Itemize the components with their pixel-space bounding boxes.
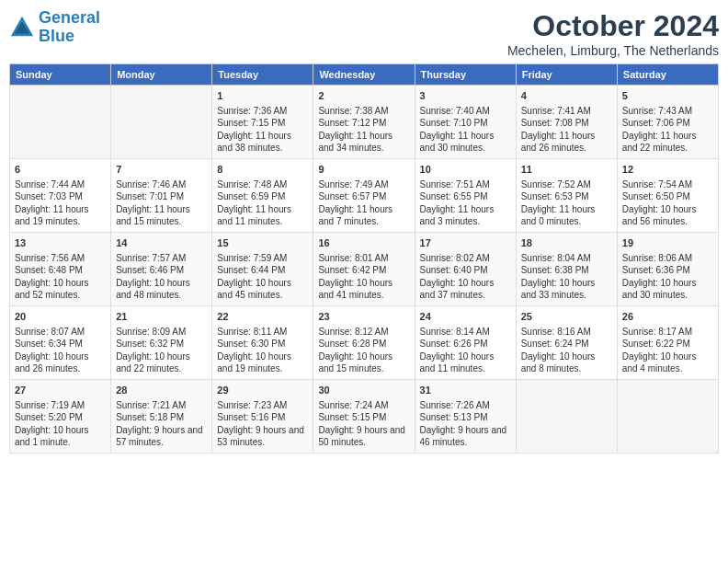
day-info: Sunrise: 8:17 AMSunset: 6:22 PMDaylight:… (622, 326, 713, 375)
calendar-cell: 13Sunrise: 7:56 AMSunset: 6:48 PMDayligh… (10, 233, 111, 306)
calendar-cell: 11Sunrise: 7:52 AMSunset: 6:53 PMDayligh… (516, 159, 617, 233)
day-info: Sunrise: 8:16 AMSunset: 6:24 PMDaylight:… (521, 326, 612, 375)
day-number: 27 (15, 384, 106, 397)
day-info: Sunrise: 7:57 AMSunset: 6:46 PMDaylight:… (116, 252, 207, 302)
day-info: Sunrise: 7:54 AMSunset: 6:50 PMDaylight:… (622, 178, 713, 228)
day-number: 17 (420, 236, 511, 250)
logo-line1: General (39, 8, 100, 27)
calendar-cell: 6Sunrise: 7:44 AMSunset: 7:03 PMDaylight… (10, 159, 111, 233)
day-number: 25 (521, 310, 612, 324)
calendar-cell: 14Sunrise: 7:57 AMSunset: 6:46 PMDayligh… (111, 233, 212, 306)
day-number: 4 (521, 89, 612, 103)
calendar-cell: 20Sunrise: 8:07 AMSunset: 6:34 PMDayligh… (10, 306, 111, 380)
calendar-cell: 29Sunrise: 7:23 AMSunset: 5:16 PMDayligh… (212, 380, 313, 454)
day-number: 20 (15, 310, 106, 324)
calendar-cell: 17Sunrise: 8:02 AMSunset: 6:40 PMDayligh… (415, 233, 516, 306)
day-info: Sunrise: 7:41 AMSunset: 7:08 PMDaylight:… (521, 105, 612, 155)
calendar-cell: 27Sunrise: 7:19 AMSunset: 5:20 PMDayligh… (10, 380, 111, 454)
day-info: Sunrise: 7:44 AMSunset: 7:03 PMDaylight:… (15, 178, 106, 228)
day-info: Sunrise: 8:11 AMSunset: 6:30 PMDaylight:… (217, 326, 308, 375)
calendar-cell: 18Sunrise: 8:04 AMSunset: 6:38 PMDayligh… (516, 233, 617, 306)
calendar-cell: 16Sunrise: 8:01 AMSunset: 6:42 PMDayligh… (313, 233, 415, 306)
day-info: Sunrise: 8:12 AMSunset: 6:28 PMDaylight:… (318, 326, 409, 375)
calendar-cell: 22Sunrise: 8:11 AMSunset: 6:30 PMDayligh… (212, 306, 313, 380)
month-title: October 2024 (507, 9, 719, 43)
weekday-header-friday: Friday (516, 64, 617, 86)
weekday-header-wednesday: Wednesday (313, 64, 415, 86)
calendar-cell: 7Sunrise: 7:46 AMSunset: 7:01 PMDaylight… (111, 159, 212, 233)
day-info: Sunrise: 7:26 AMSunset: 5:13 PMDaylight:… (420, 399, 511, 449)
calendar-table: SundayMondayTuesdayWednesdayThursdayFrid… (9, 63, 719, 454)
day-info: Sunrise: 8:06 AMSunset: 6:36 PMDaylight:… (622, 252, 713, 302)
day-info: Sunrise: 8:09 AMSunset: 6:32 PMDaylight:… (116, 326, 207, 375)
day-number: 29 (217, 384, 308, 397)
day-number: 31 (420, 384, 511, 397)
weekday-header-tuesday: Tuesday (212, 64, 313, 86)
day-number: 2 (318, 89, 409, 103)
calendar-cell: 25Sunrise: 8:16 AMSunset: 6:24 PMDayligh… (516, 306, 617, 380)
day-info: Sunrise: 7:21 AMSunset: 5:18 PMDaylight:… (116, 399, 207, 449)
day-number: 3 (420, 89, 511, 103)
calendar-cell: 30Sunrise: 7:24 AMSunset: 5:15 PMDayligh… (313, 380, 415, 454)
weekday-header-thursday: Thursday (415, 64, 516, 86)
calendar-cell: 1Sunrise: 7:36 AMSunset: 7:15 PMDaylight… (212, 86, 313, 159)
day-info: Sunrise: 7:56 AMSunset: 6:48 PMDaylight:… (15, 252, 106, 302)
weekday-header-row: SundayMondayTuesdayWednesdayThursdayFrid… (10, 64, 719, 86)
day-info: Sunrise: 8:04 AMSunset: 6:38 PMDaylight:… (521, 252, 612, 302)
page-header: General Blue October 2024 Mechelen, Limb… (9, 9, 719, 58)
day-number: 5 (622, 89, 713, 103)
calendar-cell (10, 86, 111, 159)
day-number: 16 (318, 236, 409, 250)
day-info: Sunrise: 7:59 AMSunset: 6:44 PMDaylight:… (217, 252, 308, 302)
day-number: 19 (622, 236, 713, 250)
day-info: Sunrise: 7:23 AMSunset: 5:16 PMDaylight:… (217, 399, 308, 449)
day-number: 30 (318, 384, 409, 397)
calendar-cell: 8Sunrise: 7:48 AMSunset: 6:59 PMDaylight… (212, 159, 313, 233)
day-number: 10 (420, 163, 511, 177)
logo-line2: Blue (39, 27, 74, 45)
day-number: 12 (622, 163, 713, 177)
calendar-cell: 2Sunrise: 7:38 AMSunset: 7:12 PMDaylight… (313, 86, 415, 159)
day-number: 1 (217, 89, 308, 103)
day-number: 11 (521, 163, 612, 177)
calendar-cell: 28Sunrise: 7:21 AMSunset: 5:18 PMDayligh… (111, 380, 212, 454)
day-number: 9 (318, 163, 409, 177)
day-number: 8 (217, 163, 308, 177)
day-info: Sunrise: 7:38 AMSunset: 7:12 PMDaylight:… (318, 105, 409, 155)
week-row-5: 27Sunrise: 7:19 AMSunset: 5:20 PMDayligh… (10, 380, 719, 454)
calendar-cell: 15Sunrise: 7:59 AMSunset: 6:44 PMDayligh… (212, 233, 313, 306)
logo-text: General Blue (39, 9, 100, 46)
day-info: Sunrise: 8:02 AMSunset: 6:40 PMDaylight:… (420, 252, 511, 302)
week-row-2: 6Sunrise: 7:44 AMSunset: 7:03 PMDaylight… (10, 159, 719, 233)
day-info: Sunrise: 7:36 AMSunset: 7:15 PMDaylight:… (217, 105, 308, 155)
calendar-cell: 31Sunrise: 7:26 AMSunset: 5:13 PMDayligh… (415, 380, 516, 454)
calendar-cell: 23Sunrise: 8:12 AMSunset: 6:28 PMDayligh… (313, 306, 415, 380)
week-row-3: 13Sunrise: 7:56 AMSunset: 6:48 PMDayligh… (10, 233, 719, 306)
calendar-cell: 12Sunrise: 7:54 AMSunset: 6:50 PMDayligh… (617, 159, 718, 233)
calendar-cell: 9Sunrise: 7:49 AMSunset: 6:57 PMDaylight… (313, 159, 415, 233)
day-info: Sunrise: 7:51 AMSunset: 6:55 PMDaylight:… (420, 178, 511, 228)
calendar-cell: 21Sunrise: 8:09 AMSunset: 6:32 PMDayligh… (111, 306, 212, 380)
weekday-header-sunday: Sunday (10, 64, 111, 86)
day-info: Sunrise: 7:43 AMSunset: 7:06 PMDaylight:… (622, 105, 713, 155)
day-number: 18 (521, 236, 612, 250)
calendar-cell: 10Sunrise: 7:51 AMSunset: 6:55 PMDayligh… (415, 159, 516, 233)
calendar-body: 1Sunrise: 7:36 AMSunset: 7:15 PMDaylight… (10, 86, 719, 454)
calendar-cell: 3Sunrise: 7:40 AMSunset: 7:10 PMDaylight… (415, 86, 516, 159)
day-info: Sunrise: 7:40 AMSunset: 7:10 PMDaylight:… (420, 105, 511, 155)
week-row-1: 1Sunrise: 7:36 AMSunset: 7:15 PMDaylight… (10, 86, 719, 159)
day-info: Sunrise: 7:24 AMSunset: 5:15 PMDaylight:… (318, 399, 409, 449)
day-info: Sunrise: 8:07 AMSunset: 6:34 PMDaylight:… (15, 326, 106, 375)
weekday-header-saturday: Saturday (617, 64, 718, 86)
day-number: 14 (116, 236, 207, 250)
day-info: Sunrise: 7:48 AMSunset: 6:59 PMDaylight:… (217, 178, 308, 228)
day-number: 15 (217, 236, 308, 250)
logo-icon (9, 15, 35, 40)
calendar-cell (516, 380, 617, 454)
day-info: Sunrise: 7:49 AMSunset: 6:57 PMDaylight:… (318, 178, 409, 228)
week-row-4: 20Sunrise: 8:07 AMSunset: 6:34 PMDayligh… (10, 306, 719, 380)
day-info: Sunrise: 8:01 AMSunset: 6:42 PMDaylight:… (318, 252, 409, 302)
day-number: 7 (116, 163, 207, 177)
logo: General Blue (9, 9, 100, 46)
calendar-cell: 26Sunrise: 8:17 AMSunset: 6:22 PMDayligh… (617, 306, 718, 380)
